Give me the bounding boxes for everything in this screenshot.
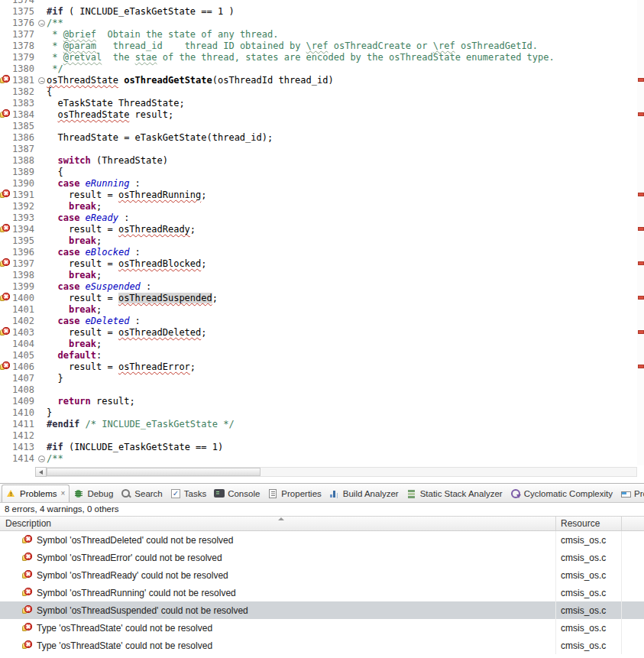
code-line-1375[interactable]: 1375#if ( INCLUDE_eTaskGetState == 1 ) — [0, 6, 636, 18]
gutter-marker-area[interactable] — [0, 396, 11, 407]
fold-margin[interactable] — [37, 373, 47, 384]
gutter-marker-area[interactable] — [0, 384, 11, 396]
gutter-marker-area[interactable] — [0, 304, 11, 316]
error-icon[interactable] — [22, 588, 32, 598]
code-line-1385[interactable]: 1385 — [0, 121, 636, 132]
code-line-1374[interactable]: 1374 — [0, 0, 636, 6]
gutter-marker-area[interactable] — [0, 0, 11, 6]
error-overview-mark[interactable] — [639, 297, 643, 299]
error-icon[interactable] — [22, 605, 32, 615]
code-line-1393[interactable]: 1393 case eReady : — [0, 212, 636, 224]
code-line-1377[interactable]: 1377 * @brief Obtain the state of any th… — [0, 29, 636, 41]
fold-margin[interactable] — [37, 293, 47, 304]
code-line-1391[interactable]: 1391 result = osThreadRunning; — [0, 190, 636, 201]
gutter-marker-area[interactable] — [0, 293, 11, 304]
fold-margin[interactable] — [37, 98, 47, 109]
fold-margin[interactable] — [37, 6, 47, 18]
fold-margin[interactable] — [37, 281, 47, 293]
code-line-1380[interactable]: 1380 */ — [0, 63, 636, 75]
fold-margin[interactable] — [37, 350, 47, 361]
problem-row[interactable]: Type 'osThreadState' could not be resolv… — [0, 619, 644, 637]
problem-row[interactable]: Symbol 'osThreadDeleted' could not be re… — [0, 531, 644, 549]
code-line-1395[interactable]: 1395 break; — [0, 235, 636, 247]
code-line-1411[interactable]: 1411#endif /* INCLUDE_eTaskGetState */ — [0, 419, 636, 430]
fold-margin[interactable] — [37, 361, 47, 373]
gutter-marker-area[interactable] — [0, 224, 11, 235]
fold-margin[interactable] — [37, 18, 47, 29]
error-overview-mark[interactable] — [639, 193, 643, 196]
tab-progress[interactable]: Progress — [616, 485, 644, 502]
fold-margin[interactable] — [37, 224, 47, 235]
fold-margin[interactable] — [37, 384, 47, 396]
gutter-marker-area[interactable] — [0, 339, 11, 350]
code-line-1402[interactable]: 1402 case eDeleted : — [0, 316, 636, 327]
fold-margin[interactable] — [37, 121, 47, 132]
tab-static-stack-analyzer[interactable]: Static Stack Analyzer — [403, 485, 506, 502]
gutter-marker-area[interactable] — [0, 453, 11, 465]
fold-margin[interactable] — [37, 190, 47, 201]
code-line-1405[interactable]: 1405 default: — [0, 350, 636, 361]
scrollbar-thumb[interactable] — [47, 468, 261, 476]
code-line-1414[interactable]: 1414/** — [0, 453, 636, 465]
scrollbar-track[interactable] — [47, 467, 637, 477]
fold-margin[interactable] — [37, 442, 47, 453]
gutter-marker-area[interactable] — [0, 155, 11, 167]
fold-collapse-icon[interactable] — [38, 455, 45, 462]
problem-row[interactable]: Symbol 'osThreadError' could not be reso… — [0, 549, 644, 566]
fold-margin[interactable] — [37, 86, 47, 98]
fold-margin[interactable] — [37, 178, 47, 190]
error-overview-mark[interactable] — [639, 113, 643, 115]
error-overview-mark[interactable] — [639, 262, 643, 264]
code-line-1382[interactable]: 1382{ — [0, 86, 636, 98]
gutter-marker-area[interactable] — [0, 270, 11, 281]
warnings-group-row[interactable]: Warnings (4 items) — [0, 654, 644, 658]
fold-margin[interactable] — [37, 29, 47, 41]
fold-margin[interactable] — [37, 41, 47, 52]
code-editor[interactable]: 13741375#if ( INCLUDE_eTaskGetState == 1… — [0, 0, 644, 478]
problem-row[interactable]: Type 'osThreadState' could not be resolv… — [0, 637, 644, 654]
error-icon[interactable] — [0, 190, 10, 199]
fold-collapse-icon[interactable] — [38, 77, 45, 84]
error-icon[interactable] — [0, 75, 10, 85]
horizontal-scrollbar[interactable] — [0, 465, 637, 478]
column-header-path[interactable] — [622, 517, 644, 530]
error-icon[interactable] — [22, 535, 32, 545]
gutter-marker-area[interactable] — [0, 167, 11, 178]
fold-margin[interactable] — [37, 430, 47, 442]
gutter-marker-area[interactable] — [0, 350, 11, 361]
code-line-1399[interactable]: 1399 case eSuspended : — [0, 281, 636, 293]
code-line-1407[interactable]: 1407 } — [0, 373, 636, 384]
close-icon[interactable]: × — [61, 490, 66, 498]
gutter-marker-area[interactable] — [0, 52, 11, 63]
code-line-1386[interactable]: 1386 ThreadState = eTaskGetState(thread_… — [0, 132, 636, 144]
gutter-marker-area[interactable] — [0, 361, 11, 373]
code-line-1387[interactable]: 1387 — [0, 144, 636, 155]
code-line-1409[interactable]: 1409 return result; — [0, 396, 636, 407]
code-line-1413[interactable]: 1413#if (INCLUDE_eTaskGetState == 1) — [0, 442, 636, 453]
fold-margin[interactable] — [37, 327, 47, 339]
code-line-1376[interactable]: 1376/** — [0, 18, 636, 29]
error-icon[interactable] — [22, 623, 32, 633]
tab-debug[interactable]: Debug — [70, 485, 117, 502]
error-icon[interactable] — [22, 553, 32, 562]
error-icon[interactable] — [0, 327, 10, 337]
gutter-marker-area[interactable] — [0, 373, 11, 384]
code-line-1394[interactable]: 1394 result = osThreadReady; — [0, 224, 636, 235]
fold-margin[interactable] — [37, 167, 47, 178]
code-line-1410[interactable]: 1410} — [0, 407, 636, 419]
code-line-1408[interactable]: 1408 — [0, 384, 636, 396]
gutter-marker-area[interactable] — [0, 18, 11, 29]
code-line-1400[interactable]: 1400 result = osThreadSuspended; — [0, 293, 636, 304]
tab-search[interactable]: Search — [117, 485, 166, 502]
error-icon[interactable] — [22, 640, 32, 650]
code-line-1381[interactable]: 1381osThreadState osThreadGetState(osThr… — [0, 75, 636, 86]
code-line-1397[interactable]: 1397 result = osThreadBlocked; — [0, 258, 636, 270]
code-line-1392[interactable]: 1392 break; — [0, 201, 636, 212]
overview-ruler[interactable] — [637, 0, 644, 465]
gutter-marker-area[interactable] — [0, 235, 11, 247]
code-line-1383[interactable]: 1383 eTaskState ThreadState; — [0, 98, 636, 109]
tab-properties[interactable]: Properties — [264, 485, 325, 502]
fold-margin[interactable] — [37, 419, 47, 430]
fold-margin[interactable] — [37, 75, 47, 86]
code-line-1406[interactable]: 1406 result = osThreadError; — [0, 361, 636, 373]
